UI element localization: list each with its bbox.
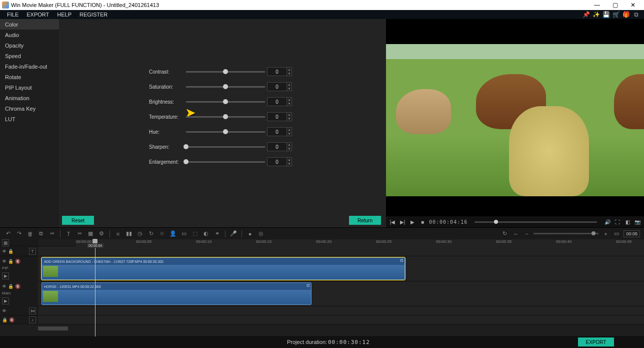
spinner-up-button[interactable]: ▲ bbox=[287, 68, 292, 72]
visibility-icon[interactable]: 👁 bbox=[2, 284, 6, 289]
export-button[interactable]: EXPORT bbox=[578, 337, 614, 346]
adjust-button[interactable]: ⚙ bbox=[98, 230, 106, 238]
slider-thumb[interactable] bbox=[223, 69, 228, 74]
spinner-up-button[interactable]: ▲ bbox=[287, 128, 292, 132]
zoom-slider[interactable] bbox=[534, 233, 598, 234]
scrubber-thumb[interactable] bbox=[494, 220, 498, 224]
cart-icon[interactable]: 🛒 bbox=[611, 10, 621, 19]
timer-button[interactable]: ◷ bbox=[136, 230, 144, 238]
sidebar-item-lut[interactable]: LUT bbox=[0, 114, 59, 124]
save-icon[interactable]: 💾 bbox=[601, 10, 611, 19]
timeline-scrollbar[interactable] bbox=[38, 326, 68, 330]
maximize-button[interactable]: ▢ bbox=[606, 0, 624, 10]
brightness-value-input[interactable] bbox=[267, 97, 287, 106]
spinner-up-button[interactable]: ▲ bbox=[287, 143, 292, 147]
target-button[interactable]: ◎ bbox=[257, 230, 265, 238]
spinner-up-button[interactable]: ▲ bbox=[287, 113, 292, 117]
zoom-out-button[interactable]: − bbox=[522, 230, 530, 238]
hue-value-input[interactable] bbox=[267, 127, 287, 136]
person-button[interactable]: 👤 bbox=[169, 230, 177, 238]
brightness-slider[interactable] bbox=[186, 101, 265, 103]
slider-thumb[interactable] bbox=[184, 159, 188, 164]
spinner-down-button[interactable]: ▼ bbox=[287, 72, 292, 76]
sidebar-item-audio[interactable]: Audio bbox=[0, 30, 59, 40]
text-track-body[interactable] bbox=[38, 246, 644, 256]
spinner-down-button[interactable]: ▼ bbox=[287, 87, 292, 91]
lock-icon[interactable]: 🔒 bbox=[8, 284, 14, 289]
main-track-play-icon[interactable]: ▶ bbox=[2, 297, 9, 304]
contrast-value-input[interactable] bbox=[267, 67, 287, 76]
hue-slider[interactable] bbox=[186, 131, 265, 133]
main-clip[interactable]: HORSE - 120531.MP4 00:00:22.660 ⊡ bbox=[42, 282, 312, 305]
record-button[interactable]: ● bbox=[246, 230, 254, 238]
saturation-value-input[interactable] bbox=[267, 82, 287, 91]
delete-button[interactable]: 🗑 bbox=[26, 230, 34, 238]
frame-button[interactable]: ▭ bbox=[180, 230, 188, 238]
pin-icon[interactable]: 📌 bbox=[581, 10, 591, 19]
sidebar-item-animation[interactable]: Animation bbox=[0, 93, 59, 103]
slider-thumb[interactable] bbox=[184, 144, 188, 149]
crop-button[interactable]: ▦ bbox=[86, 230, 94, 238]
visibility-icon[interactable]: 👁 bbox=[2, 259, 6, 264]
bars-button[interactable]: ▮▮ bbox=[125, 230, 133, 238]
pip-track-body[interactable]: ADD GREEN BACKGROUND - CHEETAH - 119527 … bbox=[38, 256, 644, 281]
enlargement-slider[interactable] bbox=[186, 161, 265, 163]
zoom-in-button[interactable]: + bbox=[602, 230, 610, 238]
audio-track-icon[interactable]: ♪ bbox=[29, 316, 36, 323]
fullscreen-icon[interactable]: ⛶ bbox=[614, 219, 621, 225]
spinner-down-button[interactable]: ▼ bbox=[287, 132, 292, 136]
spinner-up-button[interactable]: ▲ bbox=[287, 158, 292, 162]
menu-file[interactable]: FILE bbox=[3, 12, 22, 18]
media-library-button[interactable]: ▦ bbox=[2, 239, 9, 246]
effects-icon[interactable]: ✨ bbox=[591, 10, 601, 19]
main-track-body[interactable]: HORSE - 120531.MP4 00:00:22.660 ⊡ bbox=[38, 281, 644, 306]
sidebar-item-fade-in-fade-out[interactable]: Fade-in/Fade-out bbox=[0, 61, 59, 72]
temperature-value-input[interactable] bbox=[267, 112, 287, 121]
text-button[interactable]: T bbox=[64, 230, 72, 238]
spinner-up-button[interactable]: ▲ bbox=[287, 98, 292, 102]
spinner-down-button[interactable]: ▼ bbox=[287, 117, 292, 121]
lock-icon[interactable]: 🔒 bbox=[8, 249, 14, 254]
undo-button[interactable]: ↶ bbox=[4, 230, 12, 238]
play-button[interactable]: ▶ bbox=[409, 219, 416, 225]
close-button[interactable]: ✕ bbox=[624, 0, 642, 10]
spinner-down-button[interactable]: ▼ bbox=[287, 102, 292, 106]
mask-button[interactable]: ◐ bbox=[202, 230, 210, 238]
prev-frame-button[interactable]: |◀ bbox=[389, 219, 396, 225]
mic-button[interactable]: 🎤 bbox=[230, 230, 238, 238]
zoom-fit-icon[interactable]: ▭ bbox=[612, 230, 620, 238]
spinner-down-button[interactable]: ▼ bbox=[287, 147, 292, 151]
next-frame-button[interactable]: ▶| bbox=[399, 219, 406, 225]
playhead[interactable] bbox=[95, 239, 96, 336]
menu-register[interactable]: REGISTER bbox=[76, 12, 112, 18]
reset-button[interactable]: Reset bbox=[62, 216, 94, 225]
pip-clip[interactable]: ADD GREEN BACKGROUND - CHEETAH - 119527 … bbox=[42, 257, 405, 280]
snap-icon[interactable]: ◧ bbox=[624, 219, 631, 225]
sharpen-value-input[interactable] bbox=[267, 142, 287, 151]
loop-button[interactable]: ↻ bbox=[147, 230, 155, 238]
sidebar-item-color[interactable]: Color bbox=[0, 19, 59, 30]
stop-button[interactable]: ■ bbox=[419, 219, 426, 225]
minimize-button[interactable]: — bbox=[588, 0, 606, 10]
temperature-slider[interactable] bbox=[186, 116, 265, 118]
crop2-button[interactable]: ⬚ bbox=[191, 230, 199, 238]
volume-icon[interactable]: 🔊 bbox=[604, 219, 611, 225]
menu-export[interactable]: EXPORT bbox=[22, 12, 53, 18]
visibility-icon[interactable]: 👁 bbox=[2, 308, 6, 313]
visibility-icon[interactable]: 👁 bbox=[2, 249, 6, 254]
sidebar-item-chroma-key[interactable]: Chroma Key bbox=[0, 103, 59, 114]
refresh-button[interactable]: ↻ bbox=[500, 230, 508, 238]
return-button[interactable]: Return bbox=[349, 216, 381, 225]
list-button[interactable]: ≡ bbox=[114, 230, 122, 238]
timeline-ruler[interactable]: 00:00:0000:00:0500:00:1000:00:1500:00:20… bbox=[76, 239, 644, 246]
slider-thumb[interactable] bbox=[223, 99, 228, 104]
copy-button[interactable]: ⧉ bbox=[37, 230, 45, 238]
redo-button[interactable]: ↷ bbox=[15, 230, 23, 238]
sharpen-slider[interactable] bbox=[186, 146, 265, 148]
slider-thumb[interactable] bbox=[223, 84, 228, 89]
contrast-slider[interactable] bbox=[186, 71, 265, 73]
lock-icon[interactable]: 🔒 bbox=[2, 317, 8, 322]
preview-video[interactable] bbox=[386, 44, 644, 196]
sidebar-item-opacity[interactable]: Opacity bbox=[0, 40, 59, 51]
audio-track-body[interactable] bbox=[38, 315, 644, 324]
